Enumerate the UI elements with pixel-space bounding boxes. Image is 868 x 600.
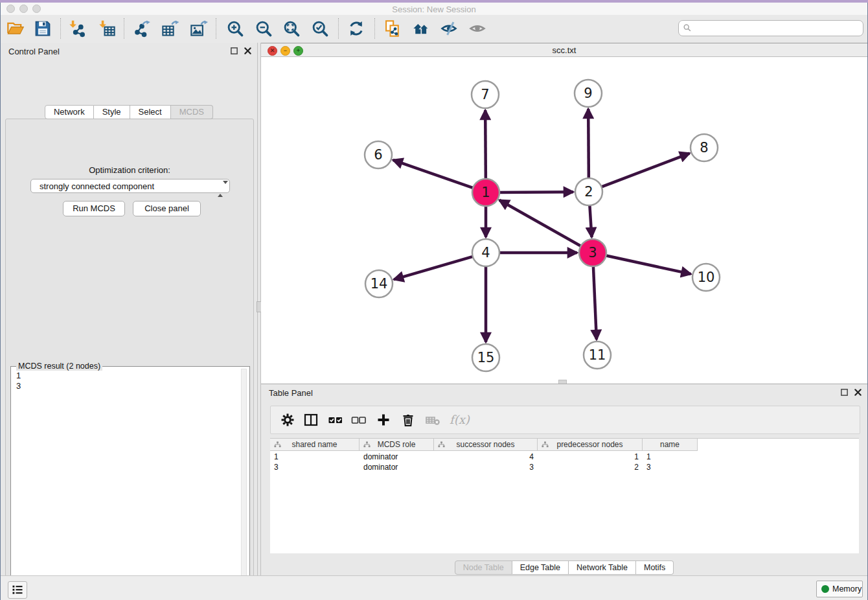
table-cell[interactable]: 1: [538, 452, 643, 462]
table-tab-edge-table[interactable]: Edge Table: [512, 560, 569, 575]
memory-button[interactable]: Memory: [816, 581, 863, 597]
select-all-checkboxes-icon[interactable]: [328, 412, 343, 428]
refresh-layout-icon[interactable]: [347, 19, 365, 38]
toolbar-separator: [60, 18, 61, 39]
column-header-predecessor-nodes[interactable]: predecessor nodes: [538, 439, 643, 451]
node-label-11: 11: [589, 347, 606, 363]
table-cell[interactable]: 3: [434, 462, 538, 472]
table-cell[interactable]: 1: [643, 452, 698, 462]
status-bar: Memory: [1, 575, 867, 600]
edge-1-7[interactable]: [485, 110, 486, 180]
table-cell[interactable]: 3: [270, 462, 360, 472]
import-network-icon[interactable]: [68, 19, 86, 38]
edge-1-2[interactable]: [498, 192, 573, 192]
neighborhood-houses-icon[interactable]: [412, 19, 430, 38]
close-panel-icon[interactable]: [244, 47, 252, 55]
edge-2-8[interactable]: [600, 154, 690, 188]
close-table-panel-icon[interactable]: [854, 388, 862, 397]
task-history-button[interactable]: [8, 581, 27, 599]
search-input[interactable]: [678, 20, 863, 36]
control-tab-mcds[interactable]: MCDS: [171, 105, 213, 119]
node-label-1: 1: [481, 185, 490, 200]
column-selector-icon[interactable]: [303, 412, 319, 428]
node-table-rows: 1dominator4113dominator323: [270, 452, 859, 472]
table-tab-motifs[interactable]: Motifs: [636, 560, 674, 575]
table-cell[interactable]: dominator: [360, 462, 434, 472]
result-scrollbar[interactable]: [241, 369, 247, 600]
node-table: shared nameMCDS rolesuccessor nodesprede…: [270, 438, 859, 553]
new-network-from-selection-icon[interactable]: [383, 19, 402, 38]
edge-1-6[interactable]: [393, 160, 474, 189]
node-label-8: 8: [700, 140, 708, 156]
float-table-panel-icon[interactable]: [840, 388, 849, 397]
open-session-icon[interactable]: [6, 19, 25, 38]
table-panel-title: Table Panel: [269, 388, 313, 398]
delete-table-icon[interactable]: [425, 412, 440, 428]
column-header-successor-nodes[interactable]: successor nodes: [434, 439, 538, 451]
table-panel: Table Panel: [261, 384, 867, 575]
edge-2-9[interactable]: [588, 109, 589, 179]
toolbar-separator: [338, 18, 339, 39]
column-header-name[interactable]: name: [643, 439, 698, 451]
criterion-dropdown[interactable]: strongly connected component: [30, 179, 230, 193]
edge-4-14[interactable]: [394, 256, 474, 279]
window-title: Session: New Session: [1, 5, 867, 14]
control-panel: Control Panel Optimization criterion: st…: [1, 43, 257, 575]
column-header-MCDS-role[interactable]: MCDS role: [360, 439, 434, 451]
network-window-titlebar: ✕ − + scc.txt: [261, 43, 867, 57]
toolbar-separator: [374, 18, 375, 39]
table-row[interactable]: 3dominator323: [270, 462, 859, 472]
network-canvas[interactable]: 7968124314101511: [261, 57, 867, 384]
export-table-icon[interactable]: [161, 19, 179, 38]
node-label-4: 4: [481, 245, 490, 260]
save-session-icon[interactable]: [34, 19, 52, 38]
delete-row-trash-icon[interactable]: [400, 412, 416, 428]
run-mcds-button[interactable]: Run MCDS: [63, 201, 125, 216]
table-cell[interactable]: dominator: [360, 452, 434, 462]
column-header-shared-name[interactable]: shared name: [270, 439, 360, 451]
table-row[interactable]: 1dominator411: [270, 452, 859, 462]
list-icon: [11, 583, 24, 596]
export-network-icon[interactable]: [133, 19, 151, 38]
show-all-eye-icon[interactable]: [468, 19, 486, 38]
node-label-14: 14: [371, 276, 388, 292]
table-tab-node-table[interactable]: Node Table: [455, 560, 512, 575]
control-panel-tabs: NetworkStyleSelectMCDS: [1, 105, 257, 119]
table-cell[interactable]: 3: [643, 462, 698, 472]
node-label-10: 10: [698, 270, 715, 285]
table-cell[interactable]: 4: [434, 452, 538, 462]
table-cell[interactable]: 1: [270, 452, 360, 462]
table-cell[interactable]: 2: [538, 462, 643, 472]
zoom-fit-icon[interactable]: [282, 19, 301, 38]
zoom-in-icon[interactable]: [226, 19, 244, 38]
mcds-result-box: MCDS result (2 nodes) 1 3: [10, 366, 250, 600]
optimization-criterion-label: Optimization criterion:: [6, 165, 253, 175]
zoom-selected-icon[interactable]: [311, 19, 329, 38]
control-tab-select[interactable]: Select: [130, 105, 171, 119]
export-image-icon[interactable]: [190, 19, 208, 38]
float-panel-icon[interactable]: [230, 47, 238, 55]
close-panel-button[interactable]: Close panel: [133, 201, 201, 216]
control-tab-style[interactable]: Style: [94, 105, 130, 119]
main-toolbar: [1, 15, 867, 43]
memory-status-icon: [821, 585, 829, 593]
table-tab-network-table[interactable]: Network Table: [569, 560, 636, 575]
deselect-all-checkboxes-icon[interactable]: [351, 412, 367, 428]
edge-2-3[interactable]: [589, 204, 591, 237]
function-builder-icon[interactable]: f(x): [450, 412, 465, 428]
import-table-icon[interactable]: [98, 19, 116, 38]
mcds-panel-body: Optimization criterion: strongly connect…: [5, 119, 254, 600]
settings-gear-icon[interactable]: [280, 412, 295, 428]
search-icon: [683, 23, 692, 32]
edge-3-1[interactable]: [499, 200, 582, 247]
edge-3-11[interactable]: [593, 265, 597, 340]
edge-3-10[interactable]: [605, 255, 691, 274]
table-panel-tabs: Node TableEdge TableNetwork TableMotifs: [261, 560, 867, 575]
add-row-icon[interactable]: [376, 412, 391, 428]
control-tab-network[interactable]: Network: [45, 105, 94, 119]
node-label-2: 2: [584, 184, 593, 200]
titlebar: Session: New Session: [1, 3, 867, 16]
zoom-out-icon[interactable]: [255, 19, 273, 38]
hide-selected-eye-icon[interactable]: [440, 19, 458, 38]
app-window: Session: New Session: [0, 0, 868, 600]
